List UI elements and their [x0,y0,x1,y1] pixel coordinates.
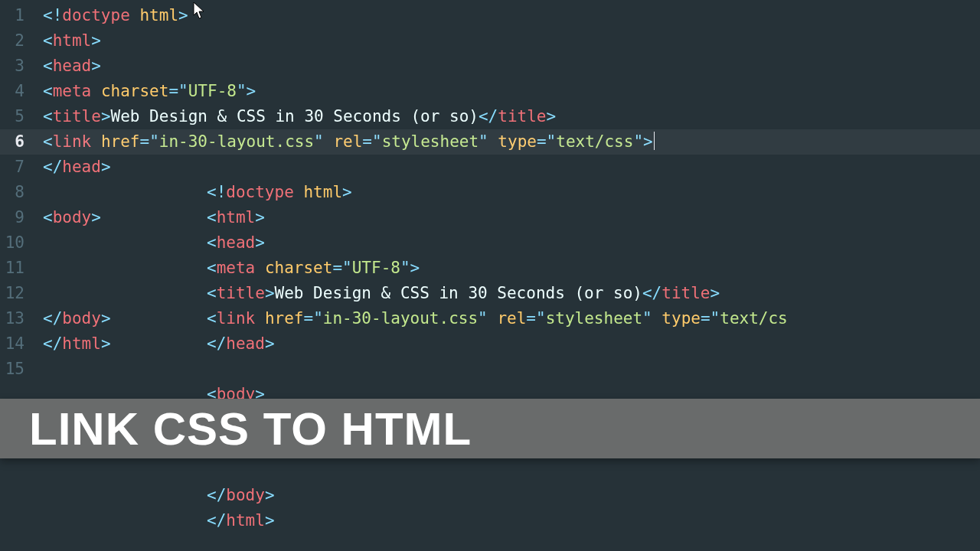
code-line[interactable]: </body> [32,483,980,508]
line-number: 9 [0,205,24,230]
line-number: 11 [0,256,24,281]
code-line[interactable]: <!doctype html> [32,180,980,205]
line-number: 8 [0,180,24,205]
line-number: 15 [0,357,24,382]
code-area[interactable]: <!doctype html> <html> <head> <meta char… [32,0,980,551]
line-number: 1 [0,3,24,28]
line-number: 3 [0,54,24,79]
code-line-active[interactable]: <link href="in-30-layout.css" rel="style… [32,129,980,155]
code-line[interactable]: <html> [32,28,980,54]
code-editor[interactable]: 1 2 3 4 5 6 7 8 9 10 11 12 13 14 15 <!do… [0,0,980,551]
code-line[interactable]: <!doctype html> [32,3,980,28]
line-number: 13 [0,306,24,331]
code-line[interactable]: <title>Web Design & CSS in 30 Seconds (o… [32,104,980,129]
line-number: 4 [0,79,24,104]
line-number-gutter: 1 2 3 4 5 6 7 8 9 10 11 12 13 14 15 [0,0,32,551]
code-line[interactable]: <title>Web Design & CSS in 30 Seconds (o… [32,281,980,306]
line-number: 2 [0,28,24,54]
line-number: 14 [0,331,24,357]
title-banner: LINK CSS TO HTML [0,399,980,458]
line-number: 7 [0,155,24,180]
code-line[interactable]: </head> [32,155,980,180]
line-number-active: 6 [0,129,24,155]
banner-title: LINK CSS TO HTML [29,416,472,442]
code-line[interactable]: <head> [32,54,980,79]
code-line[interactable]: <body> <html> [32,205,980,230]
code-line[interactable]: <meta charset="UTF-8"> [32,79,980,104]
line-number: 5 [0,104,24,129]
code-line[interactable]: </body> <link href="in-30-layout.css" re… [32,306,980,331]
code-line[interactable]: <meta charset="UTF-8"> [32,256,980,281]
code-line[interactable]: </html> [32,508,980,533]
code-line[interactable]: <head> [32,230,980,256]
text-cursor [654,132,655,150]
code-line[interactable]: </html> </head> [32,331,980,357]
line-number: 12 [0,281,24,306]
code-line[interactable] [32,458,980,483]
code-line[interactable] [32,357,980,382]
line-number: 10 [0,230,24,256]
